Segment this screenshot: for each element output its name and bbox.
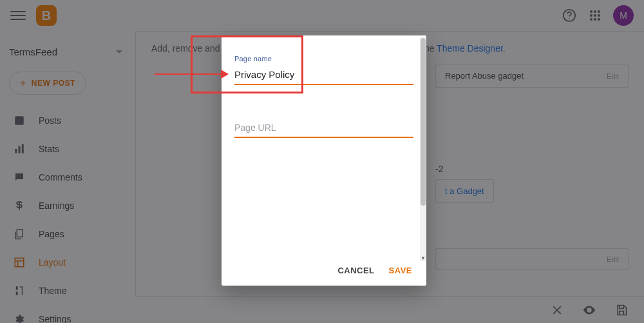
save-button[interactable]: SAVE [389, 266, 412, 275]
page-name-dialog: Page name Page URL CANCEL SAVE ▼ [222, 35, 426, 286]
page-url-field-label[interactable]: Page URL [234, 122, 413, 138]
page-name-field-label: Page name [234, 55, 413, 63]
cancel-button[interactable]: CANCEL [337, 266, 374, 275]
scrollbar-thumb[interactable] [421, 38, 426, 206]
page-name-input[interactable] [234, 66, 413, 85]
dialog-scrollbar[interactable]: ▼ [420, 37, 426, 261]
scrollbar-down-arrow[interactable]: ▼ [420, 255, 426, 261]
